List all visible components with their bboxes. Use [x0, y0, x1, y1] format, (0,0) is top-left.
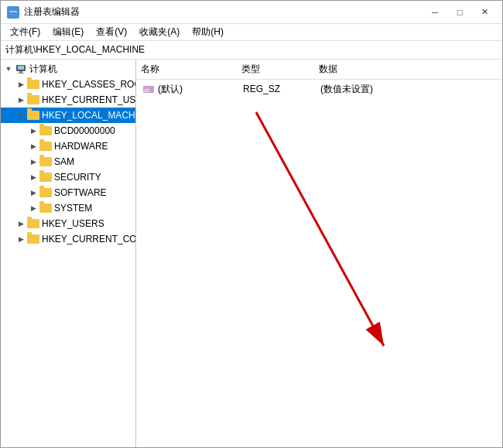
menu-file[interactable]: 文件(F): [4, 24, 46, 40]
tree-item-system[interactable]: ▶ SYSTEM: [1, 200, 135, 216]
tree-item-current-config[interactable]: ▶ HKEY_CURRENT_CONFIG: [1, 231, 135, 247]
folder-local-machine-icon: [27, 110, 39, 121]
folder-current-config-icon: [27, 234, 39, 245]
software-label: SOFTWARE: [54, 187, 107, 198]
folder-sam-icon: [39, 156, 52, 167]
svg-rect-4: [19, 71, 22, 73]
sam-label: SAM: [54, 156, 74, 167]
right-rows: ab (默认) REG_SZ (数值未设置): [136, 80, 502, 447]
table-row[interactable]: ab (默认) REG_SZ (数值未设置): [136, 81, 502, 97]
system-expand[interactable]: ▶: [27, 202, 39, 214]
folder-current-user-icon: [27, 94, 39, 105]
menu-help[interactable]: 帮助(H): [186, 24, 230, 40]
col-header-data: 数据: [314, 61, 430, 77]
minimize-button[interactable]: ─: [423, 5, 447, 20]
maximize-button[interactable]: □: [448, 5, 471, 20]
software-expand[interactable]: ▶: [27, 186, 39, 199]
tree-item-security[interactable]: ▶ SECURITY: [1, 169, 135, 185]
folder-software-icon: [39, 187, 52, 198]
current-user-label: HKEY_CURRENT_USER: [42, 94, 136, 105]
tree-item-sam[interactable]: ▶ SAM: [1, 154, 135, 169]
current-config-label: HKEY_CURRENT_CONFIG: [42, 234, 136, 245]
folder-users-icon: [27, 218, 39, 229]
registry-editor-window: 注册表编辑器 ─ □ ✕ 文件(F) 编辑(E) 查看(V) 收藏夹(A) 帮助…: [0, 0, 503, 448]
folder-bcd-icon: [39, 125, 52, 136]
root-expand-icon[interactable]: ▼: [2, 63, 15, 75]
cell-data: (数值未设置): [316, 83, 432, 96]
computer-icon: [15, 63, 27, 74]
title-bar-left: 注册表编辑器: [7, 5, 80, 19]
title-controls: ─ □ ✕: [423, 5, 496, 20]
system-label: SYSTEM: [54, 203, 92, 214]
main-content: ▼ 计算机 ▶ HKEY_CLASSES_ROOT: [1, 60, 502, 447]
local-machine-expand[interactable]: ▼: [15, 109, 27, 121]
folder-classes-root-icon: [27, 79, 39, 90]
bcd-expand[interactable]: ▶: [27, 125, 39, 137]
column-headers: 名称 类型 数据: [136, 60, 502, 80]
close-button[interactable]: ✕: [473, 5, 496, 20]
address-path: 计算机\HKEY_LOCAL_MACHINE: [5, 43, 145, 56]
tree-item-current-user[interactable]: ▶ HKEY_CURRENT_USER: [1, 92, 135, 108]
classes-root-label: HKEY_CLASSES_ROOT: [42, 79, 136, 90]
folder-hardware-icon: [39, 141, 52, 152]
security-expand[interactable]: ▶: [27, 171, 39, 183]
svg-text:ab: ab: [144, 87, 150, 94]
tree-panel[interactable]: ▼ 计算机 ▶ HKEY_CLASSES_ROOT: [1, 60, 136, 447]
menu-bar: 文件(F) 编辑(E) 查看(V) 收藏夹(A) 帮助(H): [1, 24, 502, 41]
svg-rect-5: [18, 73, 24, 74]
current-user-expand[interactable]: ▶: [15, 94, 27, 106]
tree-item-hardware[interactable]: ▶ HARDWARE: [1, 139, 135, 154]
current-config-expand[interactable]: ▶: [15, 233, 27, 245]
folder-system-icon: [39, 203, 52, 214]
col-header-name: 名称: [136, 61, 237, 77]
root-label: 计算机: [29, 63, 57, 76]
local-machine-label: HKEY_LOCAL_MACHINE: [42, 110, 136, 121]
users-expand[interactable]: ▶: [15, 217, 27, 230]
col-header-type: 类型: [237, 61, 314, 77]
tree-item-local-machine[interactable]: ▼ HKEY_LOCAL_MACHINE: [1, 108, 135, 123]
sam-expand[interactable]: ▶: [27, 156, 39, 168]
cell-name: ab (默认): [138, 83, 238, 96]
users-label: HKEY_USERS: [42, 218, 104, 229]
security-label: SECURITY: [54, 172, 101, 183]
menu-favorites[interactable]: 收藏夹(A): [133, 24, 186, 40]
folder-security-icon: [39, 172, 52, 183]
menu-view[interactable]: 查看(V): [90, 24, 133, 40]
title-bar: 注册表编辑器 ─ □ ✕: [1, 1, 502, 24]
tree-item-software[interactable]: ▶ SOFTWARE: [1, 185, 135, 200]
window-title: 注册表编辑器: [24, 5, 80, 19]
address-bar: 计算机\HKEY_LOCAL_MACHINE: [1, 41, 502, 60]
tree-item-users[interactable]: ▶ HKEY_USERS: [1, 216, 135, 231]
bcd-label: BCD00000000: [54, 125, 115, 136]
tree-item-classes-root[interactable]: ▶ HKEY_CLASSES_ROOT: [1, 77, 135, 92]
classes-root-expand[interactable]: ▶: [15, 78, 27, 91]
cell-type: REG_SZ: [238, 84, 316, 94]
right-panel: 名称 类型 数据 ab (默认) REG_SZ (数值未设置): [136, 60, 502, 447]
hardware-label: HARDWARE: [54, 141, 108, 152]
svg-rect-0: [9, 9, 17, 15]
regedit-icon: [7, 6, 19, 19]
tree-root[interactable]: ▼ 计算机: [1, 61, 135, 77]
tree-item-bcd[interactable]: ▶ BCD00000000: [1, 123, 135, 139]
hardware-expand[interactable]: ▶: [27, 140, 39, 152]
svg-rect-3: [18, 66, 24, 70]
menu-edit[interactable]: 编辑(E): [46, 24, 90, 40]
